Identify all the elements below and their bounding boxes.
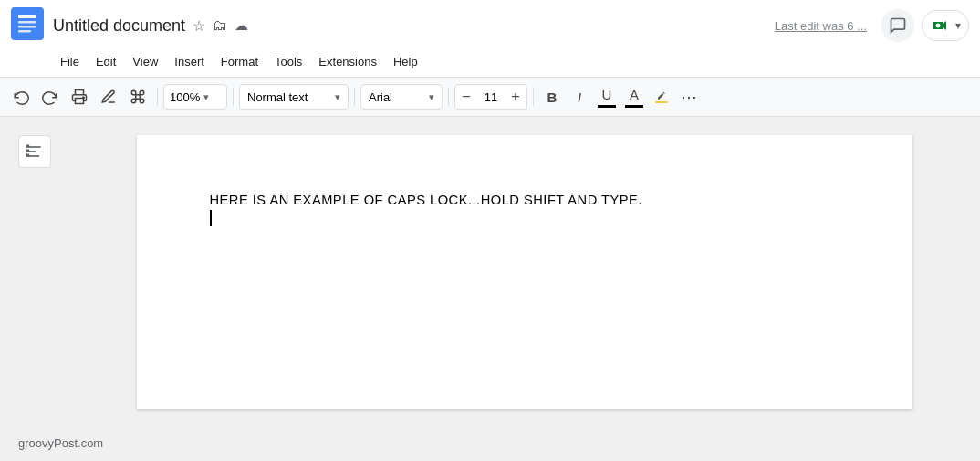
svg-point-6 bbox=[936, 24, 941, 28]
watermark: groovyPost.com bbox=[18, 436, 103, 450]
menu-format[interactable]: Format bbox=[214, 51, 266, 72]
font-chevron: ▾ bbox=[429, 91, 434, 103]
menu-help[interactable]: Help bbox=[386, 51, 425, 72]
doc-content: HERE IS AN EXAMPLE OF CAPS LOCK...HOLD S… bbox=[210, 190, 839, 226]
folder-icon[interactable]: 🗂 bbox=[213, 17, 227, 34]
underline-button[interactable]: U bbox=[594, 84, 620, 110]
doc-title[interactable]: Untitled document bbox=[53, 16, 185, 36]
svg-rect-15 bbox=[26, 154, 28, 156]
doc-page[interactable]: HERE IS AN EXAMPLE OF CAPS LOCK...HOLD S… bbox=[137, 135, 912, 409]
divider-3 bbox=[354, 88, 355, 106]
menu-bar: File Edit View Insert Format Tools Exten… bbox=[0, 47, 980, 77]
toolbar: 100% ▾ Normal text ▾ Arial ▾ − + B I U A… bbox=[0, 77, 980, 117]
last-edit-label[interactable]: Last edit was 6 ... bbox=[775, 19, 867, 33]
menu-insert[interactable]: Insert bbox=[167, 51, 212, 72]
menu-edit[interactable]: Edit bbox=[89, 51, 123, 72]
menu-extensions[interactable]: Extensions bbox=[311, 51, 384, 72]
svg-rect-0 bbox=[11, 7, 44, 40]
meet-icon: ▾ bbox=[955, 19, 961, 32]
star-icon[interactable]: ☆ bbox=[193, 17, 205, 35]
cursor-line bbox=[210, 210, 839, 226]
svg-rect-1 bbox=[18, 15, 36, 18]
text-cursor bbox=[210, 210, 212, 226]
svg-rect-9 bbox=[655, 101, 668, 103]
svg-point-8 bbox=[83, 97, 85, 99]
italic-button[interactable]: I bbox=[567, 84, 592, 110]
font-size-decrease[interactable]: − bbox=[455, 84, 477, 110]
doc-area: HERE IS AN EXAMPLE OF CAPS LOCK...HOLD S… bbox=[68, 117, 980, 461]
meet-button[interactable]: ▾ bbox=[922, 10, 969, 41]
font-size-input[interactable] bbox=[477, 90, 505, 104]
zoom-chevron: ▾ bbox=[203, 91, 209, 103]
svg-rect-2 bbox=[18, 21, 36, 24]
undo-button[interactable] bbox=[7, 83, 35, 110]
comments-button[interactable] bbox=[881, 9, 914, 42]
style-chevron: ▾ bbox=[335, 91, 340, 103]
outline-button[interactable] bbox=[18, 135, 51, 168]
menu-view[interactable]: View bbox=[125, 51, 165, 72]
text-color-button[interactable]: A bbox=[621, 84, 647, 110]
divider-5 bbox=[533, 88, 534, 106]
svg-rect-7 bbox=[76, 99, 84, 104]
spellcheck-button[interactable] bbox=[95, 83, 122, 110]
menu-tools[interactable]: Tools bbox=[267, 51, 309, 72]
style-selector[interactable]: Normal text ▾ bbox=[239, 84, 349, 110]
highlight-button[interactable] bbox=[649, 84, 674, 110]
sidebar-left bbox=[0, 117, 68, 461]
redo-button[interactable] bbox=[36, 83, 64, 110]
divider-2 bbox=[233, 88, 234, 106]
doc-line-1: HERE IS AN EXAMPLE OF CAPS LOCK...HOLD S… bbox=[210, 190, 839, 210]
font-size-increase[interactable]: + bbox=[505, 84, 526, 110]
bold-button[interactable]: B bbox=[539, 84, 565, 110]
svg-rect-3 bbox=[18, 26, 36, 28]
divider-4 bbox=[448, 88, 449, 106]
print-button[interactable] bbox=[66, 83, 93, 110]
menu-file[interactable]: File bbox=[53, 51, 87, 72]
svg-rect-14 bbox=[26, 150, 28, 152]
divider-1 bbox=[157, 88, 158, 106]
cloud-icon[interactable]: ☁ bbox=[235, 17, 248, 34]
zoom-selector[interactable]: 100% ▾ bbox=[163, 84, 227, 110]
main-area: HERE IS AN EXAMPLE OF CAPS LOCK...HOLD S… bbox=[0, 117, 980, 461]
paint-format-button[interactable] bbox=[124, 83, 151, 110]
svg-rect-4 bbox=[18, 30, 31, 33]
font-selector[interactable]: Arial ▾ bbox=[360, 84, 443, 110]
more-options-button[interactable]: ⋯ bbox=[676, 84, 702, 110]
svg-rect-13 bbox=[26, 145, 28, 147]
app-logo bbox=[11, 7, 44, 44]
font-size-area: − + bbox=[454, 84, 527, 110]
